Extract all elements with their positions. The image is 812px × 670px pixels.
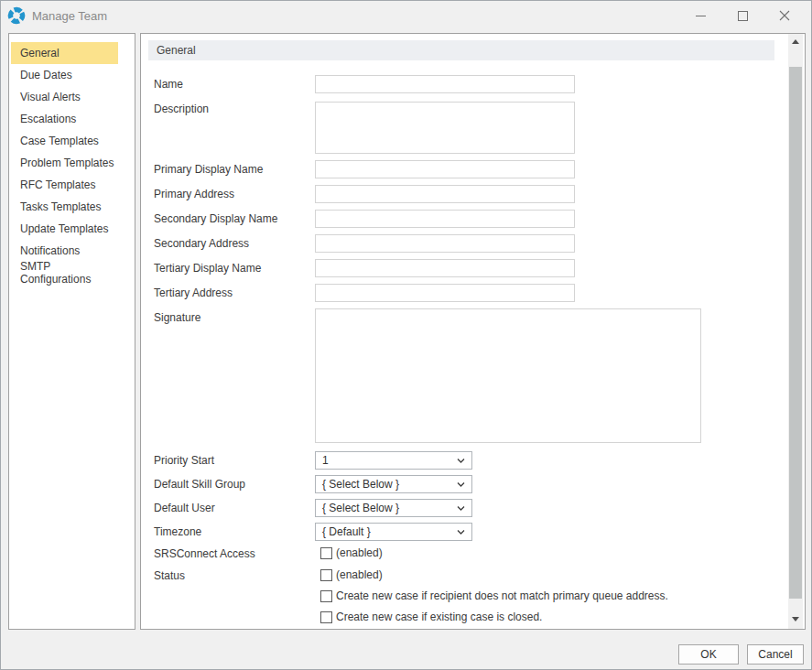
timezone-label: Timezone [154,525,201,538]
srsconnect-access-label: SRSConnect Access [154,547,255,560]
scrollbar-down-button[interactable] [788,611,803,627]
section-header-label: General [157,44,196,57]
cancel-button[interactable]: Cancel [747,644,804,665]
sidebar-item-update-templates[interactable]: Update Templates [11,218,118,240]
window-title: Manage Team [32,9,107,23]
scrollbar-thumb[interactable] [789,67,802,599]
sidebar-item-label: RFC Templates [20,178,95,191]
tertiary-address-label: Tertiary Address [154,286,233,299]
create-new-case-closed-row: Create new case if existing case is clos… [320,611,542,623]
default-skill-group-select[interactable]: { Select Below } [315,475,472,493]
priority-start-value: 1 [322,454,329,467]
sidebar-item-label: Notifications [20,244,80,257]
general-settings-panel: General Name Description Primary Display… [140,33,806,630]
scroll-down-icon [792,617,799,621]
sidebar-item-notifications[interactable]: Notifications [11,240,118,262]
description-label: Description [154,103,209,115]
secondary-display-name-input[interactable] [315,210,575,228]
sidebar-item-label: Problem Templates [20,157,114,169]
sidebar-item-label: Due Dates [20,69,72,81]
default-user-value: { Select Below } [322,502,399,514]
sidebar-item-due-dates[interactable]: Due Dates [11,64,118,86]
minimize-icon [696,16,706,16]
chevron-down-icon [457,505,465,512]
title-bar: Manage Team [1,1,811,32]
primary-display-name-label: Primary Display Name [154,163,263,176]
sidebar-item-smtp-configurations[interactable]: SMTP Configurations [11,262,118,284]
ok-button[interactable]: OK [678,644,739,665]
sidebar-item-general[interactable]: General [11,42,118,64]
chevron-down-icon [457,458,465,464]
sidebar-item-escalations[interactable]: Escalations [11,108,118,130]
tertiary-address-input[interactable] [315,284,575,302]
status-row: (enabled) [320,568,383,581]
section-header: General [148,40,774,60]
sidebar-item-label: SMTP Configurations [20,260,118,286]
name-input[interactable] [315,75,575,93]
sidebar-item-label: Tasks Templates [20,200,101,213]
chevron-down-icon [457,529,465,535]
create-new-case-recipient-row: Create new case if recipient does not ma… [320,589,668,602]
maximize-icon [738,11,748,21]
status-checkbox-label: (enabled) [336,568,383,581]
sidebar-item-case-templates[interactable]: Case Templates [11,130,118,152]
tertiary-display-name-input[interactable] [315,259,575,277]
srsconnect-access-checkbox-label: (enabled) [336,546,383,559]
window-controls [679,1,806,30]
create-new-case-recipient-label: Create new case if recipient does not ma… [336,589,668,602]
default-user-label: Default User [154,502,215,514]
scrollbar-up-button[interactable] [788,34,803,49]
sidebar-item-problem-templates[interactable]: Problem Templates [11,152,118,174]
sidebar-item-visual-alerts[interactable]: Visual Alerts [11,86,118,108]
srsconnect-access-checkbox[interactable] [320,547,332,559]
minimize-button[interactable] [679,1,721,30]
name-label: Name [154,78,183,91]
primary-display-name-input[interactable] [315,160,575,178]
vertical-scrollbar [788,34,803,629]
maximize-button[interactable] [721,1,763,30]
app-logo-icon [7,6,26,25]
chevron-down-icon [457,481,465,488]
default-user-select[interactable]: { Select Below } [315,499,472,517]
status-checkbox[interactable] [320,569,332,581]
sidebar-item-rfc-templates[interactable]: RFC Templates [11,174,118,196]
sidebar-item-label: Escalations [20,113,76,125]
manage-team-window: Manage Team General Due Dates Visual Ale… [0,0,812,670]
secondary-address-input[interactable] [315,234,575,253]
create-new-case-closed-checkbox[interactable] [320,611,332,623]
sidebar-item-label: Case Templates [20,135,99,147]
sidebar-item-label: Visual Alerts [20,91,81,103]
signature-label: Signature [154,311,200,324]
close-button[interactable] [763,1,806,30]
default-skill-group-value: { Select Below } [322,478,399,491]
timezone-value: { Default } [322,525,371,538]
srsconnect-access-row: (enabled) [320,546,383,559]
scroll-up-icon [792,39,799,44]
tertiary-display-name-label: Tertiary Display Name [154,262,261,275]
priority-start-label: Priority Start [154,454,214,467]
timezone-select[interactable]: { Default } [315,523,472,541]
status-label: Status [154,569,185,582]
primary-address-input[interactable] [315,185,575,203]
secondary-address-label: Secondary Address [154,237,249,250]
default-skill-group-label: Default Skill Group [154,478,245,491]
signature-textarea[interactable] [315,308,701,443]
sidebar-item-tasks-templates[interactable]: Tasks Templates [11,196,118,218]
create-new-case-closed-label: Create new case if existing case is clos… [336,611,542,623]
create-new-case-recipient-checkbox[interactable] [320,590,332,602]
secondary-display-name-label: Secondary Display Name [154,212,277,225]
primary-address-label: Primary Address [154,188,234,200]
description-textarea[interactable] [315,102,575,154]
sidebar-item-label: Update Templates [20,222,109,235]
sidebar: General Due Dates Visual Alerts Escalati… [8,33,135,630]
sidebar-item-label: General [20,47,60,59]
close-icon [779,10,790,21]
priority-start-select[interactable]: 1 [315,451,472,470]
